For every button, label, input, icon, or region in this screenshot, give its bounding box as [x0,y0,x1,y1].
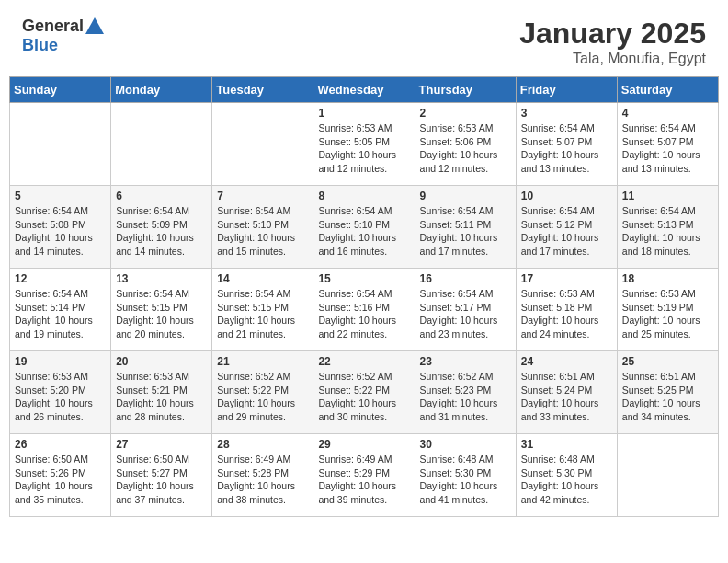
calendar-table: SundayMondayTuesdayWednesdayThursdayFrid… [9,76,719,517]
day-number: 30 [420,438,511,451]
day-number: 28 [217,438,308,451]
calendar-day-cell: 30Sunrise: 6:48 AMSunset: 5:30 PMDayligh… [415,434,516,517]
day-number: 17 [521,272,612,285]
day-number: 20 [116,355,207,368]
weekday-header-cell: Sunday [10,77,111,103]
day-number: 4 [622,107,713,120]
calendar-day-cell: 27Sunrise: 6:50 AMSunset: 5:27 PMDayligh… [111,434,212,517]
day-info: Sunrise: 6:54 AMSunset: 5:14 PMDaylight:… [15,287,106,341]
day-info: Sunrise: 6:50 AMSunset: 5:26 PMDaylight:… [15,453,106,507]
day-info: Sunrise: 6:54 AMSunset: 5:10 PMDaylight:… [318,204,409,259]
weekday-header-cell: Thursday [415,77,516,103]
weekday-header-cell: Monday [111,77,212,103]
day-number: 19 [15,355,106,368]
day-number: 31 [521,438,612,451]
day-number: 10 [521,190,612,202]
day-info: Sunrise: 6:48 AMSunset: 5:30 PMDaylight:… [521,453,612,507]
weekday-header-cell: Tuesday [212,77,313,103]
day-info: Sunrise: 6:49 AMSunset: 5:28 PMDaylight:… [217,453,308,507]
day-info: Sunrise: 6:54 AMSunset: 5:15 PMDaylight:… [217,287,308,341]
day-info: Sunrise: 6:53 AMSunset: 5:20 PMDaylight:… [15,370,106,424]
weekday-header-cell: Saturday [617,77,718,103]
calendar-day-cell: 19Sunrise: 6:53 AMSunset: 5:20 PMDayligh… [10,351,111,434]
day-number: 24 [521,355,612,368]
calendar-day-cell [617,434,718,517]
calendar-day-cell: 12Sunrise: 6:54 AMSunset: 5:14 PMDayligh… [10,269,111,351]
day-number: 25 [622,355,713,368]
calendar-week-row: 19Sunrise: 6:53 AMSunset: 5:20 PMDayligh… [10,351,719,434]
calendar-day-cell [10,103,111,186]
calendar-day-cell: 31Sunrise: 6:48 AMSunset: 5:30 PMDayligh… [516,434,617,517]
calendar-day-cell: 23Sunrise: 6:52 AMSunset: 5:23 PMDayligh… [415,351,516,434]
day-number: 15 [318,272,409,285]
weekday-header-cell: Wednesday [313,77,415,103]
calendar-day-cell: 8Sunrise: 6:54 AMSunset: 5:10 PMDaylight… [313,186,415,269]
day-info: Sunrise: 6:53 AMSunset: 5:19 PMDaylight:… [622,287,713,341]
day-number: 23 [420,355,511,368]
day-info: Sunrise: 6:54 AMSunset: 5:13 PMDaylight:… [622,204,713,259]
calendar-day-cell: 18Sunrise: 6:53 AMSunset: 5:19 PMDayligh… [617,269,718,351]
day-info: Sunrise: 6:52 AMSunset: 5:23 PMDaylight:… [420,370,511,424]
logo-triangle-icon [85,17,104,34]
day-info: Sunrise: 6:54 AMSunset: 5:12 PMDaylight:… [521,204,612,259]
calendar-day-cell: 21Sunrise: 6:52 AMSunset: 5:22 PMDayligh… [212,351,313,434]
day-info: Sunrise: 6:54 AMSunset: 5:10 PMDaylight:… [217,204,308,259]
calendar-day-cell: 2Sunrise: 6:53 AMSunset: 5:06 PMDaylight… [415,103,516,186]
calendar-day-cell [212,103,313,186]
calendar-week-row: 26Sunrise: 6:50 AMSunset: 5:26 PMDayligh… [10,434,719,517]
day-number: 13 [116,272,207,285]
day-info: Sunrise: 6:53 AMSunset: 5:06 PMDaylight:… [420,121,511,176]
day-number: 21 [217,355,308,368]
page-header: General Blue January 2025 Tala, Monufia,… [0,0,728,76]
day-info: Sunrise: 6:54 AMSunset: 5:17 PMDaylight:… [420,287,511,341]
title-area: January 2025 Tala, Monufia, Egypt [519,17,706,67]
day-info: Sunrise: 6:53 AMSunset: 5:05 PMDaylight:… [318,121,409,176]
day-info: Sunrise: 6:53 AMSunset: 5:21 PMDaylight:… [116,370,207,424]
day-info: Sunrise: 6:51 AMSunset: 5:25 PMDaylight:… [622,370,713,424]
day-number: 22 [318,355,409,368]
day-number: 16 [420,272,511,285]
calendar-day-cell: 17Sunrise: 6:53 AMSunset: 5:18 PMDayligh… [516,269,617,351]
weekday-header-row: SundayMondayTuesdayWednesdayThursdayFrid… [10,77,719,103]
day-info: Sunrise: 6:50 AMSunset: 5:27 PMDaylight:… [116,453,207,507]
day-number: 1 [318,107,409,120]
calendar-day-cell: 13Sunrise: 6:54 AMSunset: 5:15 PMDayligh… [111,269,212,351]
calendar-week-row: 1Sunrise: 6:53 AMSunset: 5:05 PMDaylight… [10,103,719,186]
day-number: 5 [15,190,106,202]
calendar-day-cell: 25Sunrise: 6:51 AMSunset: 5:25 PMDayligh… [617,351,718,434]
day-number: 11 [622,190,713,202]
calendar-title: January 2025 [519,17,706,51]
day-info: Sunrise: 6:53 AMSunset: 5:18 PMDaylight:… [521,287,612,341]
logo-text-blue: Blue [22,36,58,55]
calendar-day-cell: 15Sunrise: 6:54 AMSunset: 5:16 PMDayligh… [313,269,415,351]
calendar-day-cell: 24Sunrise: 6:51 AMSunset: 5:24 PMDayligh… [516,351,617,434]
calendar-day-cell: 22Sunrise: 6:52 AMSunset: 5:22 PMDayligh… [313,351,415,434]
day-info: Sunrise: 6:52 AMSunset: 5:22 PMDaylight:… [318,370,409,424]
calendar-day-cell: 26Sunrise: 6:50 AMSunset: 5:26 PMDayligh… [10,434,111,517]
day-number: 12 [15,272,106,285]
calendar-day-cell: 1Sunrise: 6:53 AMSunset: 5:05 PMDaylight… [313,103,415,186]
day-number: 2 [420,107,511,120]
calendar-day-cell: 10Sunrise: 6:54 AMSunset: 5:12 PMDayligh… [516,186,617,269]
day-info: Sunrise: 6:54 AMSunset: 5:08 PMDaylight:… [15,204,106,259]
calendar-day-cell: 14Sunrise: 6:54 AMSunset: 5:15 PMDayligh… [212,269,313,351]
calendar-day-cell: 28Sunrise: 6:49 AMSunset: 5:28 PMDayligh… [212,434,313,517]
calendar-week-row: 5Sunrise: 6:54 AMSunset: 5:08 PMDaylight… [10,186,719,269]
day-number: 8 [318,190,409,202]
day-info: Sunrise: 6:54 AMSunset: 5:11 PMDaylight:… [420,204,511,259]
day-number: 18 [622,272,713,285]
day-number: 3 [521,107,612,120]
calendar-day-cell: 7Sunrise: 6:54 AMSunset: 5:10 PMDaylight… [212,186,313,269]
day-info: Sunrise: 6:54 AMSunset: 5:15 PMDaylight:… [116,287,207,341]
day-info: Sunrise: 6:54 AMSunset: 5:09 PMDaylight:… [116,204,207,259]
day-number: 29 [318,438,409,451]
calendar-body: 1Sunrise: 6:53 AMSunset: 5:05 PMDaylight… [10,103,719,517]
calendar-day-cell: 16Sunrise: 6:54 AMSunset: 5:17 PMDayligh… [415,269,516,351]
calendar-day-cell: 4Sunrise: 6:54 AMSunset: 5:07 PMDaylight… [617,103,718,186]
weekday-header-cell: Friday [516,77,617,103]
day-number: 14 [217,272,308,285]
day-info: Sunrise: 6:54 AMSunset: 5:07 PMDaylight:… [521,121,612,176]
calendar-day-cell: 5Sunrise: 6:54 AMSunset: 5:08 PMDaylight… [10,186,111,269]
day-number: 7 [217,190,308,202]
day-info: Sunrise: 6:54 AMSunset: 5:16 PMDaylight:… [318,287,409,341]
